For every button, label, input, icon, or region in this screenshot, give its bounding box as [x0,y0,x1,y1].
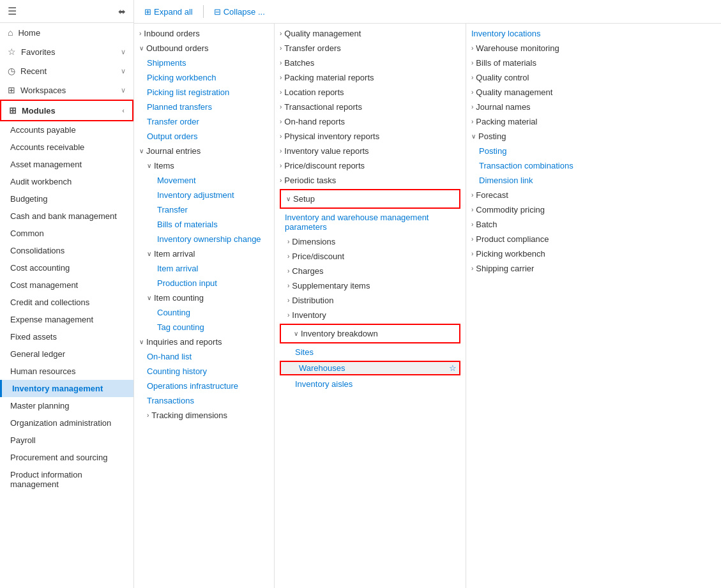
expand-all-button[interactable]: ⊞ Expand all [144,7,193,17]
module-inventory-management[interactable]: Inventory management [0,380,133,397]
inventory-item[interactable]: › Inventory [275,308,466,322]
production-input-link[interactable]: Production input [134,276,274,290]
item-arrival-link[interactable]: Item arrival [134,261,274,276]
items-item[interactable]: ∨ Items [134,158,274,173]
module-cash-bank-management[interactable]: Cash and bank management [0,207,133,225]
picking-workbench-link[interactable]: Picking workbench [134,70,274,85]
module-cost-management[interactable]: Cost management [0,276,133,294]
module-audit-workbench[interactable]: Audit workbench [0,173,133,190]
pin-icon[interactable]: ⬌ [118,6,126,17]
product-compliance-link[interactable]: › Product compliance [466,232,721,246]
star-icon[interactable]: ☆ [449,363,457,373]
module-procurement-sourcing[interactable]: Procurement and sourcing [0,449,133,466]
picking-list-reg-link[interactable]: Picking list registration [134,85,274,100]
tracking-dimensions-item[interactable]: › Tracking dimensions [134,408,274,423]
picking-workbench-link[interactable]: › Picking workbench [466,246,721,261]
warehouses-link[interactable]: Warehouses [284,363,449,373]
quality-management-link[interactable]: › Quality management [466,85,721,100]
tag-counting-link[interactable]: Tag counting [134,320,274,335]
packing-material-reports-item[interactable]: › Packing material reports [275,70,466,85]
setup-header[interactable]: ∨ Setup [284,192,457,206]
outbound-orders-item[interactable]: ∨ Outbound orders [134,41,274,56]
bills-of-materials-link[interactable]: › Bills of materials [466,56,721,70]
module-master-planning[interactable]: Master planning [0,397,133,414]
inventory-adjustment-link[interactable]: Inventory adjustment [134,188,274,202]
operations-infrastructure-link[interactable]: Operations infrastructure [134,379,274,393]
batch-link[interactable]: › Batch [466,217,721,232]
journal-entries-item[interactable]: ∨ Journal entries [134,144,274,158]
inventory-locations-link[interactable]: Inventory locations [466,26,721,41]
inventory-ownership-link[interactable]: Inventory ownership change [134,232,274,246]
module-human-resources[interactable]: Human resources [0,363,133,380]
on-hand-list-link[interactable]: On-hand list [134,349,274,364]
counting-link[interactable]: Counting [134,305,274,320]
module-organization-administration[interactable]: Organization administration [0,414,133,432]
journal-names-link[interactable]: › Journal names [466,100,721,114]
shipping-carrier-link[interactable]: › Shipping carrier [466,261,721,276]
module-accounts-receivable[interactable]: Accounts receivable [0,139,133,156]
physical-inventory-reports-item[interactable]: › Physical inventory reports [275,129,466,144]
inquiries-reports-item[interactable]: ∨ Inquiries and reports [134,335,274,349]
module-fixed-assets[interactable]: Fixed assets [0,328,133,345]
planned-transfers-link[interactable]: Planned transfers [134,100,274,114]
movement-link[interactable]: Movement [134,173,274,188]
transactional-reports-item[interactable]: › Transactional reports [275,100,466,114]
dimensions-item[interactable]: › Dimensions [275,234,466,249]
batches-item[interactable]: › Batches [275,56,466,70]
module-product-information[interactable]: Product information management [0,466,133,493]
price-discount-label: Price/discount [292,252,344,261]
sidebar-item-workspaces[interactable]: ⊞ Workspaces ∨ [0,80,133,100]
sidebar-item-modules[interactable]: ⊞ Modules ‹ [1,101,132,120]
sites-link[interactable]: Sites [275,345,466,359]
dimension-link-link[interactable]: Dimension link [466,173,721,188]
module-common[interactable]: Common [0,225,133,242]
sidebar-item-recent[interactable]: ◷ Recent ∨ [0,61,133,80]
item-counting-item[interactable]: ∨ Item counting [134,290,274,305]
transfer-orders-item[interactable]: › Transfer orders [275,41,466,56]
location-reports-item[interactable]: › Location reports [275,85,466,100]
transactions-link[interactable]: Transactions [134,393,274,408]
module-cost-accounting[interactable]: Cost accounting [0,259,133,276]
posting-link[interactable]: Posting [466,144,721,158]
transfer-link[interactable]: Transfer [134,202,274,217]
counting-history-link[interactable]: Counting history [134,364,274,379]
transaction-combinations-link[interactable]: Transaction combinations [466,158,721,173]
module-accounts-payable[interactable]: Accounts payable [0,121,133,139]
distribution-item[interactable]: › Distribution [275,293,466,308]
quality-control-link[interactable]: › Quality control [466,70,721,85]
module-payroll[interactable]: Payroll [0,432,133,449]
menu-icon[interactable]: ☰ [8,5,17,17]
commodity-pricing-link[interactable]: › Commodity pricing [466,202,721,217]
item-arrival-item[interactable]: ∨ Item arrival [134,246,274,261]
collapse-button[interactable]: ⊟ Collapse ... [214,7,265,17]
charges-item[interactable]: › Charges [275,264,466,278]
shipments-link[interactable]: Shipments [134,56,274,70]
periodic-tasks-item[interactable]: › Periodic tasks [275,173,466,188]
forecast-link[interactable]: › Forecast [466,188,721,202]
inventory-breakdown-header[interactable]: ∨ Inventory breakdown [284,326,457,341]
price-discount-reports-item[interactable]: › Price/discount reports [275,158,466,173]
price-discount-item[interactable]: › Price/discount [275,249,466,264]
quality-management-item[interactable]: › Quality management [275,26,466,41]
module-budgeting[interactable]: Budgeting [0,190,133,207]
transfer-order-link[interactable]: Transfer order [134,114,274,129]
sidebar-item-favorites[interactable]: ☆ Favorites ∨ [0,42,133,61]
warehouse-monitoring-link[interactable]: › Warehouse monitoring [466,41,721,56]
module-credit-collections[interactable]: Credit and collections [0,294,133,311]
supplementary-items-item[interactable]: › Supplementary items [275,278,466,293]
sidebar-item-home[interactable]: ⌂ Home [0,23,133,42]
module-expense-management[interactable]: Expense management [0,311,133,328]
bills-of-materials-link[interactable]: Bills of materials [134,217,274,232]
module-general-ledger[interactable]: General ledger [0,345,133,363]
inv-warehouse-params-link[interactable]: Inventory and warehouse management param… [275,210,466,234]
output-orders-link[interactable]: Output orders [134,129,274,144]
posting-header[interactable]: ∨ Posting [466,129,721,144]
on-hand-reports-item[interactable]: › On-hand reports [275,114,466,129]
inventory-value-reports-item[interactable]: › Inventory value reports [275,144,466,158]
inventory-aisles-link[interactable]: Inventory aisles [275,377,466,391]
inbound-orders-item[interactable]: › Inbound orders [134,26,274,41]
module-consolidations[interactable]: Consolidations [0,242,133,259]
packing-material-link[interactable]: › Packing material [466,114,721,129]
module-asset-management[interactable]: Asset management [0,156,133,173]
inquiries-reports-label: Inquiries and reports [146,337,222,347]
